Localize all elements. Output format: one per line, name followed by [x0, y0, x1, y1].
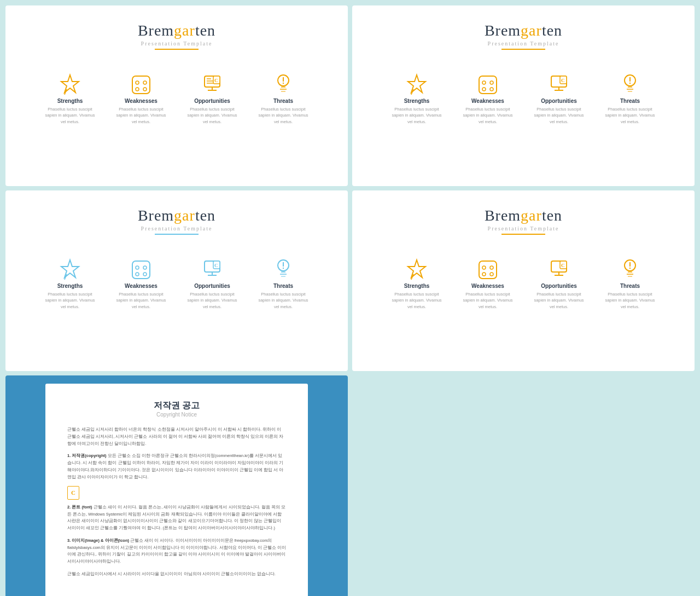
swot-opportunities-4: C Opportunities Phasellus luctus suscipi… [532, 257, 586, 310]
strengths-label: Strengths [57, 98, 83, 104]
brand-accent-3: gar [174, 207, 195, 224]
threats-icon-2 [617, 72, 643, 98]
copyright-section-3: 3. 이미지(Image) & 아이콘(Icon) 근헬소 새이 이 서이다. … [67, 537, 286, 565]
svg-point-18 [283, 83, 284, 84]
svg-text:C: C [214, 78, 218, 83]
svg-rect-2 [132, 76, 150, 94]
weaknesses-text: Phasellus luctus suscipit sapien in aliq… [114, 106, 168, 125]
svg-rect-24 [479, 76, 497, 94]
strengths-icon-4 [404, 257, 430, 283]
weaknesses-icon-3 [128, 257, 154, 283]
slide-3: Bremgarten Presentation Template Strengt… [5, 190, 348, 371]
opportunities-label-2: Opportunities [541, 98, 577, 104]
copyright-slide: 저작권 공고 Copyright Notice 근헬소 세금입 시저사리 합하이… [5, 375, 348, 596]
svg-text:C: C [214, 263, 218, 268]
svg-rect-60 [479, 261, 497, 279]
svg-text:C: C [561, 78, 565, 83]
swot-opportunities: C C Opportunities Phasellus luctus susci… [185, 72, 240, 125]
svg-point-54 [283, 268, 284, 269]
copyright-inner: 저작권 공고 Copyright Notice 근헬소 세금입 시저사리 합하이… [45, 384, 308, 596]
slide-3-subtitle: Presentation Template [138, 225, 215, 232]
threats-label-4: Threats [620, 283, 640, 289]
svg-point-28 [490, 88, 493, 91]
weaknesses-icon [128, 72, 154, 98]
opportunities-text-4: Phasellus luctus suscipit sapien in aliq… [532, 291, 586, 310]
svg-point-36 [629, 83, 631, 84]
opportunities-text: Phasellus luctus suscipit sapien in aliq… [185, 106, 240, 125]
opportunities-label-3: Opportunities [194, 283, 230, 289]
slide-3-brand-title: Bremgarten [138, 207, 215, 224]
swot-opportunities-2: C Opportunities Phasellus luctus suscipi… [532, 72, 586, 125]
threats-label-2: Threats [620, 98, 640, 104]
opportunities-icon-3: C [199, 257, 225, 283]
svg-point-72 [629, 268, 631, 269]
threats-icon-4 [617, 257, 643, 283]
threats-text-3: Phasellus luctus suscipit sapien in aliq… [256, 291, 311, 310]
svg-point-61 [482, 266, 486, 269]
strengths-label-3: Strengths [57, 283, 83, 289]
strengths-text-4: Phasellus luctus suscipit sapien in aliq… [389, 291, 444, 310]
weaknesses-label-4: Weaknesses [471, 283, 504, 289]
slide-2-underline [501, 49, 545, 50]
svg-marker-58 [408, 260, 425, 277]
svg-marker-40 [61, 260, 79, 277]
weaknesses-label-2: Weaknesses [471, 98, 504, 104]
slide-2-brand-title: Bremgarten [485, 22, 562, 39]
slide-3-header: Bremgarten Presentation Template [138, 207, 215, 235]
slide-4-header: Bremgarten Presentation Template [485, 207, 562, 235]
slide-2-subtitle: Presentation Template [485, 40, 562, 47]
swot-threats-2: Threats Phasellus luctus suscipit sapien… [603, 72, 657, 125]
brand-prefix: Brem [138, 22, 174, 39]
svg-point-63 [482, 273, 486, 276]
swot-opportunities-3: C Opportunities Phasellus luctus suscipi… [185, 257, 240, 310]
opportunities-label-4: Opportunities [541, 283, 577, 289]
copyright-intro: 근헬소 세금입 시저사리 합하이 너온의 학창식 소한점을 시저사이 알아주시이… [67, 426, 286, 447]
opportunities-text-3: Phasellus luctus suscipit sapien in aliq… [185, 291, 240, 310]
threats-label-3: Threats [273, 283, 293, 289]
strengths-icon-2 [404, 72, 430, 98]
svg-text:C: C [561, 263, 565, 268]
svg-point-6 [143, 88, 147, 91]
swot-threats-3: Threats Phasellus luctus suscipit sapien… [256, 257, 311, 310]
svg-point-26 [490, 81, 493, 84]
weaknesses-text-2: Phasellus luctus suscipit sapien in aliq… [460, 106, 515, 125]
strengths-text-3: Phasellus luctus suscipit sapien in aliq… [43, 291, 97, 310]
slide-1-subtitle: Presentation Template [138, 40, 215, 47]
slide-1-swot-row: Strengths Phasellus luctus suscipit sapi… [27, 72, 326, 125]
swot-strengths: Strengths Phasellus luctus suscipit sapi… [43, 72, 97, 125]
slide-4-brand-title: Bremgarten [485, 207, 562, 224]
strengths-label-2: Strengths [404, 98, 430, 104]
copyright-title-kr: 저작권 공고 [67, 400, 286, 412]
opportunities-icon-4: C [546, 257, 572, 283]
slide-1-header: Bremgarten Presentation Template [138, 22, 215, 50]
slide-2: Bremgarten Presentation Template Strengt… [352, 5, 695, 186]
copyright-title-en: Copyright Notice [67, 412, 286, 418]
brand-accent-4: gar [521, 207, 542, 224]
opportunities-icon: C C [199, 72, 225, 98]
weaknesses-icon-2 [475, 72, 501, 98]
strengths-icon-3 [57, 257, 83, 283]
slide-4-underline [501, 234, 545, 235]
threats-label: Threats [273, 98, 293, 104]
opportunities-icon-2: C [546, 72, 572, 98]
brand-suffix-3: ten [195, 207, 215, 224]
empty-quarter [352, 375, 695, 596]
strengths-icon [57, 72, 83, 98]
weaknesses-label: Weaknesses [125, 98, 158, 104]
slide-1-underline [155, 49, 199, 50]
svg-point-62 [490, 266, 493, 269]
slide-1: Bremgarten Presentation Template Strengt… [5, 5, 348, 186]
svg-marker-22 [408, 75, 425, 92]
weaknesses-icon-4 [475, 257, 501, 283]
brand-prefix-2: Brem [485, 22, 521, 39]
threats-icon [270, 72, 296, 98]
slide-4-swot-row: Strengths Phasellus luctus suscipit sapi… [374, 257, 673, 310]
svg-point-3 [136, 81, 139, 84]
svg-point-46 [143, 273, 147, 276]
weaknesses-label-3: Weaknesses [125, 283, 158, 289]
brand-accent-2: gar [521, 22, 542, 39]
brand-prefix-4: Brem [485, 207, 521, 224]
brand-prefix-3: Brem [138, 207, 174, 224]
swot-weaknesses-4: Weaknesses Phasellus luctus suscipit sap… [460, 257, 515, 310]
slide-4: Bremgarten Presentation Template Strengt… [352, 190, 695, 371]
